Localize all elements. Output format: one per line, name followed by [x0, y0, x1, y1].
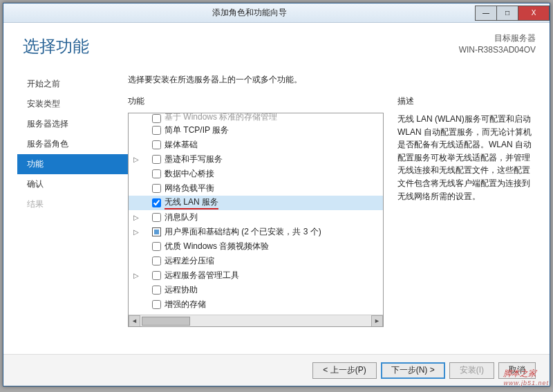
close-button[interactable]: X	[518, 6, 550, 21]
feature-label: 基于 Windows 标准的存储管理	[165, 113, 277, 123]
feature-checkbox[interactable]	[152, 286, 161, 295]
wizard-steps-sidebar: 开始之前 安装类型 服务器选择 服务器角色 功能 确认 结果	[17, 70, 128, 354]
minimize-button[interactable]: —	[475, 6, 497, 21]
feature-label: 墨迹和手写服务	[165, 153, 223, 165]
wizard-footer: < 上一步(P) 下一步(N) > 安装(I) 取消	[3, 354, 550, 386]
feature-item[interactable]: 增强的存储	[129, 297, 383, 312]
feature-checkbox[interactable]	[152, 126, 161, 135]
feature-item[interactable]: ▷墨迹和手写服务	[129, 152, 383, 167]
sidebar-item-confirm[interactable]: 确认	[17, 174, 128, 194]
feature-item[interactable]: 网络负载平衡	[129, 181, 383, 196]
next-button[interactable]: 下一步(N) >	[381, 362, 445, 379]
scroll-left-icon[interactable]: ◄	[129, 315, 140, 327]
feature-checkbox[interactable]	[152, 271, 161, 280]
feature-label: 数据中心桥接	[165, 168, 214, 180]
feature-label: 媒体基础	[165, 139, 198, 151]
feature-checkbox[interactable]	[152, 184, 161, 193]
expand-icon[interactable]: ▷	[131, 214, 141, 221]
sidebar-item-install-type[interactable]: 安装类型	[17, 94, 128, 114]
feature-item[interactable]: 组策略管理	[129, 312, 383, 314]
feature-label: 增强的存储	[165, 299, 206, 310]
target-value: WIN-R38S3AD04OV	[459, 44, 536, 56]
feature-checkbox[interactable]	[152, 300, 161, 309]
feature-item[interactable]: 优质 Windows 音频视频体验	[129, 239, 383, 254]
sidebar-item-features[interactable]: 功能	[17, 154, 128, 174]
scroll-thumb[interactable]	[142, 317, 190, 326]
scroll-right-icon[interactable]: ►	[371, 315, 383, 327]
feature-item[interactable]: 无线 LAN 服务	[129, 196, 383, 210]
feature-checkbox[interactable]	[152, 155, 161, 164]
feature-item[interactable]: ▷消息队列	[129, 210, 383, 225]
titlebar[interactable]: 添加角色和功能向导 — □ X	[3, 3, 550, 23]
feature-item[interactable]: 媒体基础	[129, 138, 383, 152]
feature-label: 简单 TCP/IP 服务	[165, 124, 229, 136]
feature-checkbox[interactable]	[152, 213, 161, 222]
description-column-label: 描述	[397, 95, 536, 107]
feature-item[interactable]: 数据中心桥接	[129, 167, 383, 181]
feature-label: 远程协助	[165, 284, 198, 296]
feature-label: 消息队列	[165, 212, 198, 223]
feature-checkbox[interactable]	[152, 140, 161, 149]
feature-checkbox[interactable]	[152, 256, 161, 265]
feature-checkbox-partial[interactable]	[152, 227, 161, 236]
page-heading: 选择功能	[23, 35, 89, 57]
feature-label: 远程差分压缩	[165, 255, 214, 267]
sidebar-item-server-select[interactable]: 服务器选择	[17, 114, 128, 134]
features-listbox[interactable]: 基于 Windows 标准的存储管理简单 TCP/IP 服务媒体基础▷墨迹和手写…	[128, 113, 384, 327]
sidebar-item-results: 结果	[17, 194, 128, 214]
feature-item[interactable]: ▷用户界面和基础结构 (2 个已安装，共 3 个)	[129, 225, 383, 239]
install-button: 安装(I)	[449, 362, 494, 379]
instruction-text: 选择要安装在所选服务器上的一个或多个功能。	[128, 74, 536, 86]
expand-icon[interactable]: ▷	[131, 272, 141, 279]
feature-checkbox[interactable]	[152, 198, 161, 207]
horizontal-scrollbar[interactable]: ◄ ►	[129, 315, 383, 326]
feature-label: 网络负载平衡	[165, 183, 214, 194]
feature-item[interactable]: ▷远程服务器管理工具	[129, 268, 383, 283]
feature-checkbox[interactable]	[152, 114, 161, 123]
target-server-info: 目标服务器 WIN-R38S3AD04OV	[459, 32, 536, 56]
previous-button[interactable]: < 上一步(P)	[312, 362, 376, 379]
feature-label: 无线 LAN 服务	[165, 196, 218, 209]
app-icon	[6, 5, 23, 21]
feature-checkbox[interactable]	[152, 169, 161, 178]
feature-item[interactable]: 远程差分压缩	[129, 254, 383, 268]
feature-label: 远程服务器管理工具	[165, 270, 239, 281]
feature-label: 用户界面和基础结构 (2 个已安装，共 3 个)	[165, 226, 321, 238]
expand-icon[interactable]: ▷	[131, 156, 141, 163]
description-text: 无线 LAN (WLAN)服务可配置和启动 WLAN 自动配置服务，而无论计算机…	[397, 113, 536, 203]
feature-label: 组策略管理	[165, 313, 206, 314]
wizard-window: 添加角色和功能向导 — □ X 选择功能 目标服务器 WIN-R38S3AD04…	[3, 3, 550, 386]
sidebar-item-before-begin[interactable]: 开始之前	[17, 74, 128, 94]
features-column-label: 功能	[128, 95, 384, 107]
window-title: 添加角色和功能向导	[23, 7, 476, 19]
watermark: 脚本之家 www.jb51.net	[503, 364, 549, 386]
feature-item[interactable]: 简单 TCP/IP 服务	[129, 123, 383, 138]
maximize-button[interactable]: □	[496, 6, 518, 21]
feature-item[interactable]: 基于 Windows 标准的存储管理	[129, 113, 383, 123]
feature-checkbox[interactable]	[152, 242, 161, 251]
expand-icon[interactable]: ▷	[131, 228, 141, 236]
sidebar-item-server-roles[interactable]: 服务器角色	[17, 134, 128, 154]
feature-label: 优质 Windows 音频视频体验	[165, 241, 269, 252]
feature-item[interactable]: 远程协助	[129, 283, 383, 297]
target-label: 目标服务器	[459, 32, 536, 44]
